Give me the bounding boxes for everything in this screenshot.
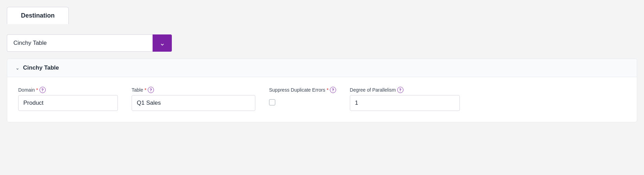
- degree-of-parallelism-field: Degree of Parallelism ?: [350, 87, 460, 111]
- destination-tab[interactable]: Destination: [7, 7, 69, 24]
- domain-help-icon[interactable]: ?: [40, 87, 46, 93]
- suppress-checkbox-row: [269, 95, 336, 110]
- domain-label-text: Domain: [18, 87, 35, 93]
- chevron-down-icon: ⌄: [159, 40, 165, 47]
- domain-input[interactable]: [18, 95, 118, 111]
- parallelism-help-icon[interactable]: ?: [397, 87, 403, 93]
- table-required-star: *: [144, 87, 146, 93]
- domain-required-star: *: [36, 87, 38, 93]
- fields-row: Domain * ? Table * ?: [18, 87, 626, 111]
- degree-of-parallelism-input[interactable]: [350, 95, 460, 111]
- table-help-icon[interactable]: ?: [148, 87, 154, 93]
- destination-tab-label: Destination: [21, 12, 55, 19]
- suppress-duplicate-errors-field: Suppress Duplicate Errors * ?: [269, 87, 336, 110]
- suppress-label-text: Suppress Duplicate Errors: [269, 87, 325, 93]
- cinchy-table-body: Domain * ? Table * ?: [7, 77, 637, 122]
- table-input[interactable]: [132, 95, 255, 111]
- parallelism-label: Degree of Parallelism ?: [350, 87, 460, 93]
- destination-type-value: Cinchy Table: [7, 34, 153, 52]
- cinchy-table-section-title: Cinchy Table: [23, 64, 59, 71]
- table-label: Table * ?: [132, 87, 255, 93]
- cinchy-table-section-header[interactable]: ⌄ Cinchy Table: [7, 59, 637, 77]
- suppress-required-star: *: [326, 87, 328, 93]
- table-field-group: Table * ?: [132, 87, 255, 111]
- domain-label: Domain * ?: [18, 87, 118, 93]
- parallelism-label-text: Degree of Parallelism: [350, 87, 396, 93]
- main-content: Cinchy Table ⌄ ⌄ Cinchy Table Domain * ?: [7, 24, 637, 122]
- suppress-duplicate-errors-checkbox[interactable]: [269, 99, 275, 105]
- suppress-label: Suppress Duplicate Errors * ?: [269, 87, 336, 93]
- domain-field-group: Domain * ?: [18, 87, 118, 111]
- suppress-help-icon[interactable]: ?: [330, 87, 336, 93]
- destination-type-dropdown-button[interactable]: ⌄: [153, 34, 172, 52]
- table-label-text: Table: [132, 87, 143, 93]
- collapse-chevron-icon: ⌄: [15, 65, 20, 71]
- cinchy-table-section: ⌄ Cinchy Table Domain * ? Table: [7, 59, 637, 122]
- destination-type-dropdown: Cinchy Table ⌄: [7, 34, 172, 52]
